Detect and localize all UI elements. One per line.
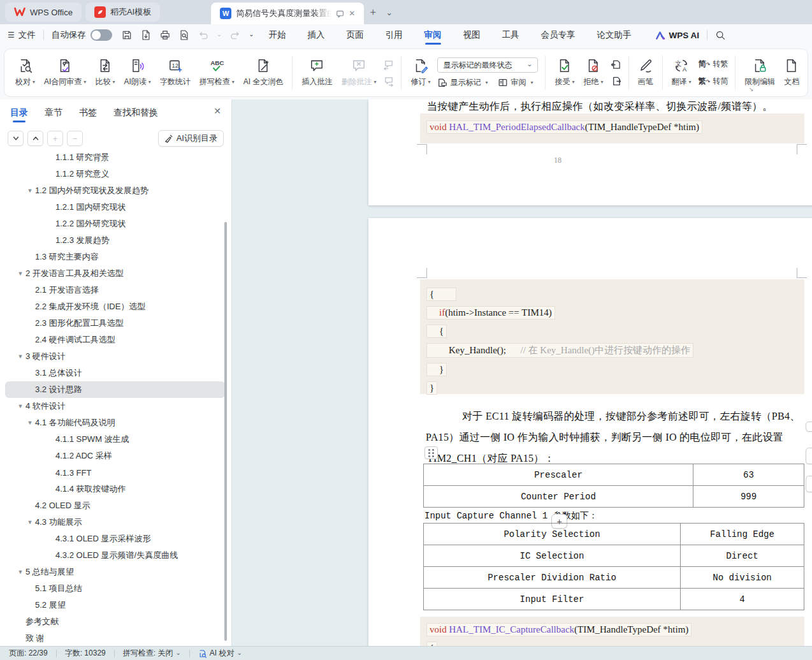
toc-zoom-out-icon[interactable]: − bbox=[67, 131, 83, 146]
autosave-toggle[interactable] bbox=[91, 29, 112, 41]
sidebar-scrollbar-thumb[interactable] bbox=[224, 222, 227, 641]
menu-tab[interactable]: 插入 bbox=[307, 25, 326, 45]
table-control-button[interactable] bbox=[806, 422, 812, 432]
table-row[interactable]: Polarity Selection Falling Edge bbox=[424, 524, 804, 545]
table-control-button[interactable] bbox=[806, 448, 812, 464]
drag-handle[interactable] bbox=[424, 446, 438, 459]
new-tab-button[interactable]: ＋ bbox=[364, 6, 382, 19]
toc-item[interactable]: ▼ 2.1 开发语言选择 bbox=[5, 282, 225, 298]
toc-item[interactable]: ▼ 5.1 项目总结 bbox=[5, 580, 225, 597]
toc-item[interactable]: ▼ 2 开发语言工具及相关选型 bbox=[5, 265, 225, 282]
tab-wps-home[interactable]: WPS Office bbox=[5, 3, 82, 22]
toc-item[interactable]: ▼ 5 总结与展望 bbox=[5, 564, 225, 580]
track-changes-button[interactable]: 修订 bbox=[407, 58, 433, 87]
undo-chevron-icon[interactable]: ⌄ bbox=[217, 31, 222, 38]
insert-comment-button[interactable]: 插入批注 bbox=[298, 58, 335, 87]
toc-item[interactable]: ▼ 5.2 展望 bbox=[5, 597, 225, 613]
toc-expand-up-icon[interactable] bbox=[27, 131, 43, 146]
sidebar-tab[interactable]: 章节 bbox=[45, 107, 62, 126]
next-comment-icon[interactable] bbox=[383, 76, 394, 87]
menu-tab[interactable]: 开始 bbox=[268, 25, 287, 45]
review-pane-button[interactable]: 审阅 bbox=[498, 77, 533, 88]
wps-ai-button[interactable]: WPS AI bbox=[655, 31, 700, 40]
toc-item[interactable]: ▼ 参考文献 bbox=[5, 613, 225, 630]
markup-state-dropdown[interactable]: 显示标记的最终状态 bbox=[437, 57, 538, 73]
tab-template[interactable]: 稻壳AI模板 bbox=[85, 3, 160, 22]
menu-tab[interactable]: 会员专享 bbox=[540, 25, 576, 45]
toc-item[interactable]: ▼ 4.3 功能展示 bbox=[5, 514, 225, 531]
toc-item[interactable]: ▼ 1.2.1 国内研究现状 bbox=[5, 199, 225, 216]
sidebar-close-icon[interactable]: ✕ bbox=[214, 106, 221, 122]
redo-icon[interactable] bbox=[229, 29, 241, 41]
proofread-button[interactable]: 校对 bbox=[12, 58, 38, 87]
undo-icon[interactable] bbox=[198, 29, 209, 41]
print-icon[interactable] bbox=[159, 29, 171, 41]
toc-item[interactable]: ▼ 2.2 集成开发环境（IDE）选型 bbox=[5, 298, 225, 315]
toc-item[interactable]: ▼ 4.1 各功能代码及说明 bbox=[5, 414, 225, 431]
menu-tab[interactable]: 工具 bbox=[502, 25, 520, 45]
export-pdf-icon[interactable] bbox=[140, 29, 152, 41]
toc-item[interactable]: ▼ 4.3.2 OLED 显示频谱/失真度曲线 bbox=[5, 547, 225, 564]
to-simplified-button[interactable]: 繁↷ 转简 bbox=[699, 76, 729, 87]
toc-item[interactable]: ▼ 1.2.3 发展趋势 bbox=[5, 232, 225, 249]
word-count-button[interactable]: 12 字数统计 bbox=[157, 58, 194, 87]
toc-item[interactable]: ▼ 4.2 OLED 显示 bbox=[5, 497, 225, 514]
word-count-indicator[interactable]: 字数: 10329 bbox=[65, 648, 106, 659]
spell-check-button[interactable]: ABC 拼写检查 bbox=[196, 58, 238, 87]
menu-tab[interactable]: 审阅 bbox=[424, 25, 442, 45]
menu-tab[interactable]: 视图 bbox=[463, 25, 481, 45]
show-markup-button[interactable]: 显示标记 bbox=[437, 77, 488, 88]
group-launcher-icon[interactable]: ↘ bbox=[749, 86, 754, 92]
toc-item[interactable]: ▼ 2.3 图形化配置工具选型 bbox=[5, 315, 225, 332]
print-preview-icon[interactable] bbox=[178, 29, 190, 41]
previous-revision-icon[interactable] bbox=[611, 59, 621, 70]
toc-item[interactable]: ▼ 4.1.2 ADC 采样 bbox=[5, 448, 225, 464]
sidebar-tab[interactable]: 查找和替换 bbox=[113, 107, 158, 126]
ai-proofread-status[interactable]: AI 校对⌄ bbox=[198, 648, 242, 659]
ai-contract-review-button[interactable]: AI合同审查 bbox=[41, 58, 89, 87]
translate-button[interactable]: 文A 翻译 bbox=[669, 58, 695, 87]
toc-zoom-in-icon[interactable]: + bbox=[47, 131, 63, 146]
reject-revision-button[interactable]: 拒绝 bbox=[580, 58, 606, 87]
toc-item[interactable]: ▼ 4.1.3 FFT bbox=[5, 464, 225, 481]
toc-expand-arrow-icon[interactable]: ▼ bbox=[15, 403, 25, 409]
toc-expand-arrow-icon[interactable]: ▼ bbox=[25, 187, 35, 194]
toc-item[interactable]: ▼ 1.1.1 研究背景 bbox=[5, 153, 225, 166]
tab-list-chevron-icon[interactable]: ⌄ bbox=[382, 8, 396, 17]
accept-revision-button[interactable]: 接受 bbox=[551, 58, 577, 87]
next-revision-icon[interactable] bbox=[611, 76, 621, 87]
table-row[interactable]: Prescaler Dividion Ratio No division bbox=[424, 566, 804, 588]
table-row[interactable]: Prescaler 63 bbox=[424, 464, 804, 485]
pen-button[interactable]: 画笔 bbox=[635, 58, 656, 87]
doc-tab-close-icon[interactable]: ✕ bbox=[349, 9, 355, 18]
toc-expand-arrow-icon[interactable]: ▼ bbox=[15, 353, 25, 360]
toc-item[interactable]: ▼ 3.1 总体设计 bbox=[5, 365, 225, 381]
table-control-button[interactable] bbox=[806, 476, 812, 492]
compare-button[interactable]: 比较 bbox=[92, 58, 118, 87]
toc-item[interactable]: ▼ 4.1.1 SPWM 波生成 bbox=[5, 431, 225, 448]
spell-check-status[interactable]: 拼写检查: 关闭⌄ bbox=[123, 648, 181, 659]
search-icon[interactable] bbox=[715, 30, 726, 41]
toc-expand-arrow-icon[interactable]: ▼ bbox=[25, 420, 35, 426]
toc-item[interactable]: ▼ 致 谢 bbox=[5, 630, 225, 646]
toc-item[interactable]: ▼ 4 软件设计 bbox=[5, 398, 225, 414]
ai-read-aloud-button[interactable]: AI朗读 bbox=[120, 58, 154, 87]
tab-document[interactable]: W 简易信号失真度测量装置的设 ✕ bbox=[211, 3, 364, 24]
ai-recognize-toc-button[interactable]: AI识别目录 bbox=[158, 130, 224, 147]
toc-item[interactable]: ▼ 2.4 硬件调试工具选型 bbox=[5, 332, 225, 348]
sidebar-tab[interactable]: 目录 bbox=[10, 107, 28, 126]
restrict-editing-button[interactable]: 限制编辑 bbox=[741, 58, 778, 87]
toc-item[interactable]: ▼ 4.3.1 OLED 显示采样波形 bbox=[5, 531, 225, 547]
table-row[interactable]: IC Selection Direct bbox=[424, 545, 804, 566]
toc-item[interactable]: ▼ 1.3 研究主要内容 bbox=[5, 249, 225, 265]
ai-polish-button[interactable]: AI 全文润色 bbox=[240, 58, 287, 87]
menu-tab[interactable]: 论文助手 bbox=[597, 25, 632, 45]
menu-tab[interactable]: 引用 bbox=[385, 25, 403, 45]
menu-tab[interactable]: 页面 bbox=[346, 25, 365, 45]
toolbar-more-chevron-icon[interactable]: ⌄ bbox=[249, 31, 254, 38]
page-indicator[interactable]: 页面: 22/39 bbox=[9, 648, 48, 659]
to-traditional-button[interactable]: 简↷ 转繁 bbox=[699, 59, 729, 70]
document-page-18[interactable]: 当按键产生动作后，执行相应操作（如改变采样率、切换示波器/频谱等）。 void … bbox=[368, 99, 812, 205]
toc-expand-arrow-icon[interactable]: ▼ bbox=[25, 519, 35, 525]
toc-item[interactable]: ▼ 3.2 设计思路 bbox=[5, 381, 225, 398]
